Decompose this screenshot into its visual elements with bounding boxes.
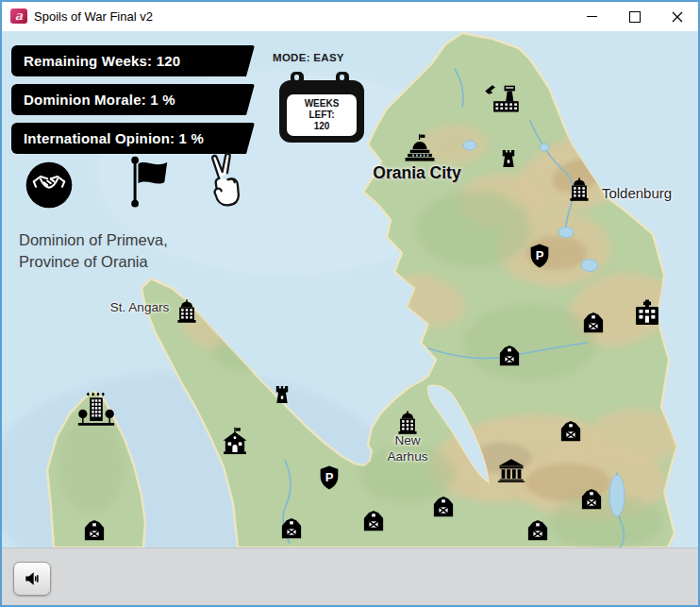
hospital-icon[interactable] [633, 299, 662, 327]
maximize-icon [629, 11, 641, 23]
barn-icon[interactable] [431, 494, 457, 519]
app-icon: a [10, 8, 27, 24]
capitol-icon[interactable] [403, 134, 437, 163]
school-icon[interactable] [221, 427, 250, 456]
calendar-line: 120 [314, 121, 330, 132]
police-icon[interactable] [528, 244, 552, 269]
bottom-bar [2, 548, 698, 606]
region-title: Dominion of Primeva, Province of Orania [19, 229, 168, 273]
game-stage: Orania CityToldenburgSt. AngarsNewAarhus… [2, 31, 698, 548]
hotel-icon[interactable] [76, 392, 116, 427]
calendar-face: WEEKS LEFT: 120 [287, 94, 357, 136]
castle-icon[interactable] [498, 148, 520, 170]
minimize-button[interactable] [571, 2, 613, 31]
barn-icon[interactable] [558, 418, 584, 444]
app-window: a Spoils of War Final v2 [0, 0, 700, 607]
bank-icon[interactable] [395, 411, 421, 436]
temple-icon[interactable] [497, 458, 526, 482]
barn-icon[interactable] [279, 515, 305, 541]
titlebar[interactable]: a Spoils of War Final v2 [2, 2, 698, 31]
stat-label: Dominion Morale: 1 % [11, 92, 175, 108]
close-icon [672, 11, 683, 23]
minimize-icon [587, 16, 597, 17]
maximize-button[interactable] [613, 2, 656, 31]
calendar-ring-icon [291, 72, 304, 90]
airport-icon[interactable] [484, 83, 520, 114]
close-button[interactable] [656, 2, 698, 31]
barn-icon[interactable] [361, 508, 387, 533]
barn-icon[interactable] [525, 517, 551, 543]
flag-icon[interactable] [126, 154, 174, 214]
window-title: Spoils of War Final v2 [34, 9, 153, 24]
sound-button[interactable] [13, 562, 51, 596]
calendar-line: WEEKS [305, 98, 340, 110]
stat-label: International Opinion: 1 % [11, 130, 204, 146]
calendar-widget: WEEKS LEFT: 120 [279, 80, 364, 143]
barn-icon[interactable] [82, 517, 108, 543]
stat-label: Remaining Weeks: 120 [11, 53, 180, 69]
calendar-ring-icon [336, 72, 349, 90]
police-icon[interactable] [318, 465, 342, 491]
handshake-icon[interactable] [24, 160, 75, 214]
castle-icon[interactable] [272, 384, 293, 406]
stat-bar: Dominion Morale: 1 % [11, 84, 255, 115]
bank-icon[interactable] [175, 299, 200, 325]
calendar-line: LEFT: [308, 110, 334, 121]
barn-icon[interactable] [579, 486, 605, 512]
barn-icon[interactable] [581, 310, 607, 335]
mode-label: MODE: EASY [273, 52, 344, 63]
speaker-icon [23, 569, 42, 588]
stat-bar: Remaining Weeks: 120 [11, 45, 255, 76]
barn-icon[interactable] [497, 343, 523, 368]
stats-panel: Remaining Weeks: 120Dominion Morale: 1 %… [11, 45, 255, 161]
bank-icon[interactable] [567, 177, 592, 203]
victory-hand-icon[interactable] [205, 150, 244, 211]
